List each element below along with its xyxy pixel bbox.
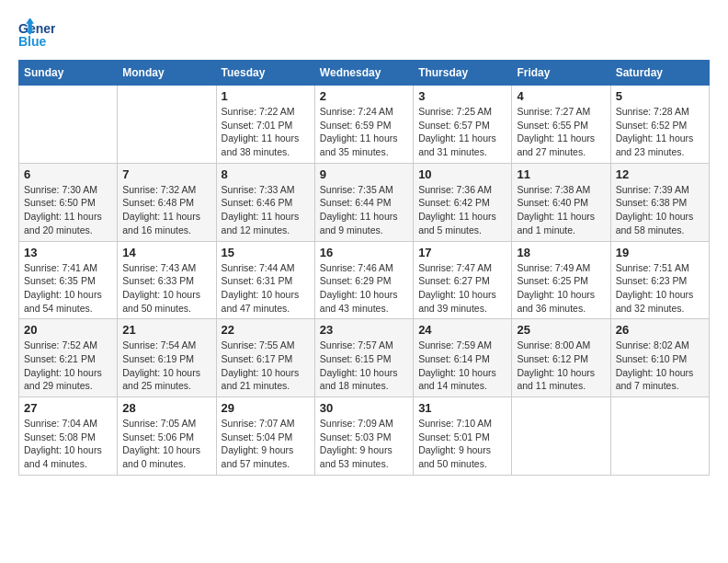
calendar-week-row: 6Sunrise: 7:30 AMSunset: 6:50 PMDaylight… — [19, 163, 710, 241]
day-detail: Sunrise: 7:47 AMSunset: 6:27 PMDaylight:… — [418, 261, 506, 316]
day-detail: Sunrise: 7:46 AMSunset: 6:29 PMDaylight:… — [320, 261, 408, 316]
day-detail: Sunrise: 7:30 AMSunset: 6:50 PMDaylight:… — [24, 183, 112, 237]
calendar-week-row: 20Sunrise: 7:52 AMSunset: 6:21 PMDayligh… — [19, 319, 710, 397]
day-detail: Sunrise: 7:25 AMSunset: 6:57 PMDaylight:… — [418, 105, 506, 159]
calendar-cell: 29Sunrise: 7:07 AMSunset: 5:04 PMDayligh… — [216, 397, 314, 476]
day-number: 12 — [616, 167, 704, 181]
calendar-cell: 27Sunrise: 7:04 AMSunset: 5:08 PMDayligh… — [19, 397, 118, 476]
day-number: 13 — [24, 246, 112, 259]
day-number: 9 — [320, 167, 408, 181]
weekday-header-friday: Friday — [512, 61, 610, 86]
calendar-week-row: 13Sunrise: 7:41 AMSunset: 6:35 PMDayligh… — [19, 241, 710, 319]
day-number: 14 — [122, 246, 210, 259]
calendar-cell: 16Sunrise: 7:46 AMSunset: 6:29 PMDayligh… — [314, 241, 413, 319]
calendar-cell: 15Sunrise: 7:44 AMSunset: 6:31 PMDayligh… — [216, 241, 314, 319]
calendar-cell: 13Sunrise: 7:41 AMSunset: 6:35 PMDayligh… — [19, 241, 118, 319]
day-number: 21 — [122, 323, 210, 337]
day-detail: Sunrise: 7:35 AMSunset: 6:44 PMDaylight:… — [320, 183, 408, 237]
day-number: 10 — [418, 167, 506, 181]
calendar-cell — [610, 397, 709, 476]
day-detail: Sunrise: 7:33 AMSunset: 6:46 PMDaylight:… — [222, 183, 310, 237]
day-detail: Sunrise: 7:04 AMSunset: 5:08 PMDaylight:… — [24, 417, 112, 471]
calendar-table: SundayMondayTuesdayWednesdayThursdayFrid… — [18, 60, 710, 476]
calendar-cell: 5Sunrise: 7:28 AMSunset: 6:52 PMDaylight… — [610, 86, 709, 164]
weekday-header-saturday: Saturday — [610, 61, 709, 86]
day-number: 11 — [517, 167, 605, 181]
calendar-cell: 12Sunrise: 7:39 AMSunset: 6:38 PMDayligh… — [610, 163, 709, 241]
calendar-cell: 4Sunrise: 7:27 AMSunset: 6:55 PMDaylight… — [512, 86, 610, 164]
day-detail: Sunrise: 7:52 AMSunset: 6:21 PMDaylight:… — [24, 339, 112, 393]
weekday-header-row: SundayMondayTuesdayWednesdayThursdayFrid… — [19, 61, 710, 86]
day-detail: Sunrise: 7:10 AMSunset: 5:01 PMDaylight:… — [418, 417, 506, 471]
logo: General Blue — [18, 18, 57, 51]
calendar-cell — [118, 86, 216, 164]
calendar-cell: 22Sunrise: 7:55 AMSunset: 6:17 PMDayligh… — [216, 319, 314, 397]
day-number: 1 — [222, 89, 310, 103]
day-number: 8 — [222, 167, 310, 181]
calendar-week-row: 1Sunrise: 7:22 AMSunset: 7:01 PMDaylight… — [19, 86, 710, 164]
day-detail: Sunrise: 7:36 AMSunset: 6:42 PMDaylight:… — [418, 183, 506, 237]
calendar-cell: 2Sunrise: 7:24 AMSunset: 6:59 PMDaylight… — [314, 86, 413, 164]
day-detail: Sunrise: 7:55 AMSunset: 6:17 PMDaylight:… — [222, 339, 310, 393]
day-number: 5 — [616, 89, 704, 103]
day-number: 16 — [320, 246, 408, 259]
day-detail: Sunrise: 7:57 AMSunset: 6:15 PMDaylight:… — [320, 339, 408, 393]
day-detail: Sunrise: 7:09 AMSunset: 5:03 PMDaylight:… — [320, 417, 408, 471]
weekday-header-tuesday: Tuesday — [216, 61, 314, 86]
calendar-cell: 20Sunrise: 7:52 AMSunset: 6:21 PMDayligh… — [19, 319, 118, 397]
calendar-cell: 28Sunrise: 7:05 AMSunset: 5:06 PMDayligh… — [118, 397, 216, 476]
day-number: 19 — [616, 246, 704, 259]
weekday-header-wednesday: Wednesday — [314, 61, 413, 86]
calendar-cell: 6Sunrise: 7:30 AMSunset: 6:50 PMDaylight… — [19, 163, 118, 241]
day-number: 27 — [24, 401, 112, 415]
day-detail: Sunrise: 7:43 AMSunset: 6:33 PMDaylight:… — [122, 261, 210, 316]
day-number: 20 — [24, 323, 112, 337]
calendar-cell: 19Sunrise: 7:51 AMSunset: 6:23 PMDayligh… — [610, 241, 709, 319]
day-number: 23 — [320, 323, 408, 337]
calendar-cell: 25Sunrise: 8:00 AMSunset: 6:12 PMDayligh… — [512, 319, 610, 397]
day-number: 22 — [222, 323, 310, 337]
day-detail: Sunrise: 7:51 AMSunset: 6:23 PMDaylight:… — [616, 261, 704, 316]
calendar-cell: 7Sunrise: 7:32 AMSunset: 6:48 PMDaylight… — [118, 163, 216, 241]
calendar-cell: 3Sunrise: 7:25 AMSunset: 6:57 PMDaylight… — [414, 86, 512, 164]
day-number: 4 — [517, 89, 605, 103]
calendar-cell: 17Sunrise: 7:47 AMSunset: 6:27 PMDayligh… — [414, 241, 512, 319]
day-detail: Sunrise: 7:07 AMSunset: 5:04 PMDaylight:… — [222, 417, 310, 471]
day-detail: Sunrise: 7:59 AMSunset: 6:14 PMDaylight:… — [418, 339, 506, 393]
day-detail: Sunrise: 7:41 AMSunset: 6:35 PMDaylight:… — [24, 261, 112, 316]
calendar-week-row: 27Sunrise: 7:04 AMSunset: 5:08 PMDayligh… — [19, 397, 710, 476]
svg-text:Blue: Blue — [18, 34, 47, 49]
weekday-header-sunday: Sunday — [19, 61, 118, 86]
day-number: 15 — [222, 246, 310, 259]
day-detail: Sunrise: 7:28 AMSunset: 6:52 PMDaylight:… — [616, 105, 704, 159]
day-detail: Sunrise: 7:49 AMSunset: 6:25 PMDaylight:… — [517, 261, 605, 316]
day-detail: Sunrise: 7:22 AMSunset: 7:01 PMDaylight:… — [222, 105, 310, 159]
day-number: 6 — [24, 167, 112, 181]
day-number: 29 — [222, 401, 310, 415]
day-number: 2 — [320, 89, 408, 103]
calendar-cell: 8Sunrise: 7:33 AMSunset: 6:46 PMDaylight… — [216, 163, 314, 241]
day-detail: Sunrise: 8:00 AMSunset: 6:12 PMDaylight:… — [517, 339, 605, 393]
day-detail: Sunrise: 7:44 AMSunset: 6:31 PMDaylight:… — [222, 261, 310, 316]
calendar-cell: 14Sunrise: 7:43 AMSunset: 6:33 PMDayligh… — [118, 241, 216, 319]
day-number: 3 — [418, 89, 506, 103]
day-number: 30 — [320, 401, 408, 415]
day-number: 25 — [517, 323, 605, 337]
day-number: 18 — [517, 246, 605, 259]
calendar-cell: 21Sunrise: 7:54 AMSunset: 6:19 PMDayligh… — [118, 319, 216, 397]
calendar-cell — [512, 397, 610, 476]
calendar-cell: 18Sunrise: 7:49 AMSunset: 6:25 PMDayligh… — [512, 241, 610, 319]
day-detail: Sunrise: 7:39 AMSunset: 6:38 PMDaylight:… — [616, 183, 704, 237]
calendar-cell — [19, 86, 118, 164]
day-number: 17 — [418, 246, 506, 259]
calendar-cell: 11Sunrise: 7:38 AMSunset: 6:40 PMDayligh… — [512, 163, 610, 241]
weekday-header-thursday: Thursday — [414, 61, 512, 86]
day-number: 28 — [122, 401, 210, 415]
day-number: 31 — [418, 401, 506, 415]
page-header: General Blue — [18, 18, 710, 51]
day-number: 26 — [616, 323, 704, 337]
calendar-cell: 26Sunrise: 8:02 AMSunset: 6:10 PMDayligh… — [610, 319, 709, 397]
calendar-cell: 24Sunrise: 7:59 AMSunset: 6:14 PMDayligh… — [414, 319, 512, 397]
calendar-cell: 10Sunrise: 7:36 AMSunset: 6:42 PMDayligh… — [414, 163, 512, 241]
calendar-cell: 1Sunrise: 7:22 AMSunset: 7:01 PMDaylight… — [216, 86, 314, 164]
